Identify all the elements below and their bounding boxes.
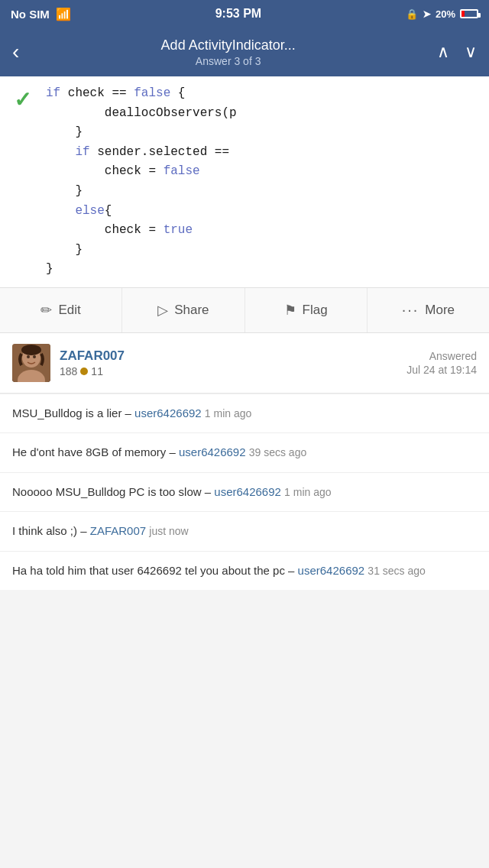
- comment-item: Nooooo MSU_Bulldog PC is too slow – user…: [0, 472, 489, 512]
- more-label: More: [425, 303, 455, 318]
- edit-button[interactable]: ✏ Edit: [0, 288, 122, 332]
- svg-point-3: [27, 355, 30, 358]
- checkmark-icon: ✓: [14, 87, 31, 112]
- battery-percent: 20%: [436, 8, 455, 20]
- more-icon: ···: [402, 301, 419, 319]
- flag-button[interactable]: ⚑ Flag: [245, 288, 368, 332]
- badge-count: 11: [91, 365, 103, 377]
- username: ZAFAR007: [60, 348, 406, 364]
- comment-text: Ha ha told him that user 6426692 tel you…: [12, 564, 298, 577]
- comment-user-link[interactable]: user6426692: [179, 445, 246, 458]
- nav-header: ‹ Add ActivityIndicator... Answer 3 of 3…: [0, 28, 489, 76]
- battery-fill: [461, 11, 465, 17]
- comment-text: He d'ont have 8GB of memory –: [12, 445, 179, 458]
- time-display: 9:53 PM: [215, 7, 261, 21]
- battery-body: [460, 9, 478, 18]
- avatar-image: [12, 344, 50, 382]
- share-icon: ◁: [157, 302, 168, 319]
- comment-text: Nooooo MSU_Bulldog PC is too slow –: [12, 485, 214, 498]
- wifi-icon: 📶: [56, 7, 71, 21]
- comments-section: MSU_Bulldog is a lier – user6426692 1 mi…: [0, 394, 489, 591]
- comment-text: MSU_Bulldog is a lier –: [12, 406, 134, 419]
- more-button[interactable]: ··· More: [368, 288, 489, 332]
- svg-point-5: [21, 345, 41, 355]
- nav-title-block: Add ActivityIndicator... Answer 3 of 3: [28, 37, 428, 67]
- carrier-label: No SIM: [11, 8, 50, 21]
- lock-icon: 🔒: [406, 8, 418, 20]
- edit-icon: ✏: [40, 302, 52, 319]
- nav-down-button[interactable]: ∨: [465, 42, 477, 62]
- reputation-value: 188: [60, 365, 77, 377]
- user-info: ZAFAR007 188 11: [60, 348, 406, 377]
- location-icon: ➤: [423, 8, 431, 20]
- avatar: [12, 344, 50, 382]
- checkmark-col: ✓: [8, 84, 46, 280]
- status-left: No SIM 📶: [11, 7, 71, 21]
- code-block: ✓ if check == false { deallocObservers(p…: [0, 76, 489, 287]
- battery-icon: [460, 9, 478, 18]
- nav-arrows: ∧ ∨: [437, 42, 477, 62]
- comment-user-link[interactable]: ZAFAR007: [90, 524, 146, 537]
- back-button[interactable]: ‹: [12, 40, 19, 64]
- comment-time: 31 secs ago: [368, 565, 426, 577]
- comment-item: He d'ont have 8GB of memory – user642669…: [0, 432, 489, 472]
- share-button[interactable]: ◁ Share: [122, 288, 244, 332]
- comment-time: 1 min ago: [284, 486, 331, 498]
- comment-time: 1 min ago: [205, 407, 251, 419]
- comment-item: I think also ;) – ZAFAR007 just now: [0, 511, 489, 551]
- user-rep: 188 11: [60, 365, 406, 377]
- answer-date: Jul 24 at 19:14: [406, 364, 477, 376]
- reputation-badge-dot: [80, 368, 88, 375]
- comment-time: just now: [149, 525, 188, 537]
- answered-label: Answered: [406, 350, 477, 362]
- flag-icon: ⚑: [284, 302, 296, 319]
- edit-label: Edit: [58, 303, 80, 318]
- comment-time: 39 secs ago: [249, 446, 307, 458]
- svg-point-4: [33, 355, 36, 358]
- status-bar: No SIM 📶 9:53 PM 🔒 ➤ 20%: [0, 0, 489, 28]
- flag-label: Flag: [303, 303, 328, 318]
- comment-user-link[interactable]: user6426692: [214, 485, 281, 498]
- code-wrapper: ✓ if check == false { deallocObservers(p…: [8, 84, 489, 280]
- nav-subtitle: Answer 3 of 3: [28, 55, 428, 67]
- nav-title: Add ActivityIndicator...: [28, 37, 428, 53]
- code-content: if check == false { deallocObservers(p }…: [46, 84, 237, 280]
- comment-item: MSU_Bulldog is a lier – user6426692 1 mi…: [0, 394, 489, 433]
- answer-meta: ZAFAR007 188 11 Answered Jul 24 at 19:14: [0, 333, 489, 394]
- nav-up-button[interactable]: ∧: [437, 42, 449, 62]
- comment-user-link[interactable]: user6426692: [298, 564, 365, 577]
- comment-user-link[interactable]: user6426692: [134, 406, 202, 419]
- status-right: 🔒 ➤ 20%: [406, 8, 478, 20]
- action-bar: ✏ Edit ◁ Share ⚑ Flag ··· More: [0, 287, 489, 333]
- comment-text: I think also ;) –: [12, 524, 90, 537]
- comment-item: Ha ha told him that user 6426692 tel you…: [0, 551, 489, 591]
- share-label: Share: [174, 303, 209, 318]
- answer-time: Answered Jul 24 at 19:14: [406, 350, 477, 376]
